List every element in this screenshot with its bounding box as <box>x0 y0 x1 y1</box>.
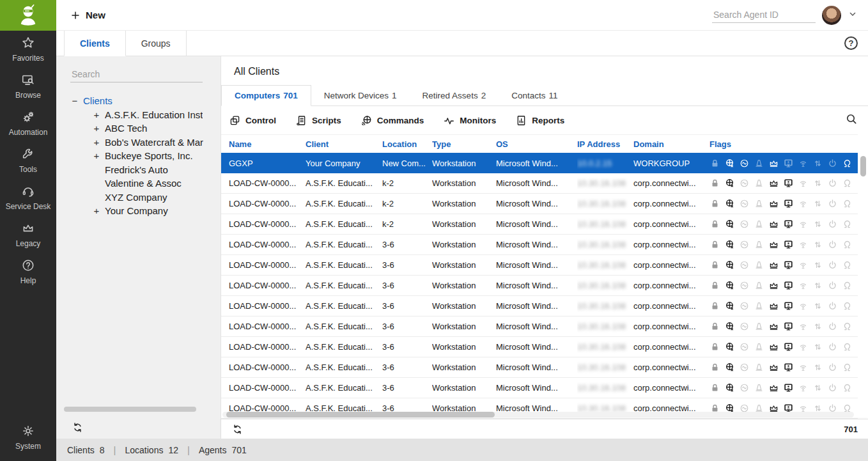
sidebar-item-favorites[interactable]: Favorites <box>0 31 56 68</box>
table-refresh-icon[interactable] <box>231 423 244 435</box>
cell-type: Workstation <box>432 194 496 214</box>
table-row[interactable]: LOAD-CW-0000... A.S.F.K. Educati... 3-6 … <box>221 235 858 255</box>
tree-item[interactable]: + Your Company <box>56 204 221 218</box>
asset-tab[interactable]: Retired Assets 2 <box>410 85 499 105</box>
table-row[interactable]: LOAD-CW-0000... A.S.F.K. Educati... 3-6 … <box>221 296 858 316</box>
expand-toggle[interactable]: + <box>92 205 101 216</box>
expand-toggle[interactable]: + <box>92 137 101 148</box>
redacted-ip: 10.30.16.108 <box>577 260 626 270</box>
tree-search-input[interactable] <box>70 66 203 82</box>
lock-flag-icon <box>856 198 858 209</box>
table-row[interactable]: LOAD-CW-0000... A.S.F.K. Educati... k-2 … <box>221 214 858 235</box>
reports-button[interactable]: Reports <box>515 114 564 127</box>
table-row[interactable]: LOAD-CW-0000... A.S.F.K. Educati... 3-6 … <box>221 316 858 337</box>
tree-refresh-icon[interactable] <box>72 421 84 434</box>
console-user-flag-icon <box>783 178 794 189</box>
table-row[interactable]: LOAD-CW-0000... A.S.F.K. Educati... k-2 … <box>221 173 858 194</box>
tree-root-clients[interactable]: − Clients <box>56 94 221 108</box>
collapse-toggle[interactable]: − <box>70 95 79 106</box>
tree-item-label: Fredrick's Auto <box>105 164 168 175</box>
sidebar-item-automation[interactable]: Automation <box>0 105 56 142</box>
asset-tab[interactable]: Computers 701 <box>221 85 311 106</box>
tree-item[interactable]: + Buckeye Sports, Inc. <box>56 149 221 163</box>
row-count: 701 <box>844 425 858 434</box>
table-row[interactable]: LOAD-CW-0000... A.S.F.K. Educati... 3-6 … <box>221 378 858 398</box>
table-body: GGXP Your Company New Com... Workstation… <box>221 153 858 419</box>
tab-clients[interactable]: Clients <box>64 31 126 56</box>
sidebar-item-legacy[interactable]: Legacy <box>0 216 56 253</box>
user-menu-chevron[interactable] <box>848 9 858 22</box>
column-header[interactable]: IP Address <box>577 135 633 153</box>
control-button[interactable]: Control <box>229 114 276 127</box>
agent-search-input[interactable] <box>712 7 816 23</box>
table-search-button[interactable] <box>845 113 858 128</box>
maintenance-cone-flag-icon <box>754 198 764 209</box>
table-row[interactable]: LOAD-CW-0000... A.S.F.K. Educati... 3-6 … <box>221 276 858 296</box>
column-header[interactable]: OS <box>496 135 577 153</box>
app-logo[interactable] <box>0 0 56 31</box>
asset-tab-label: Retired Assets <box>422 91 478 100</box>
tree-item[interactable]: + Bob's Watercraft & Mar <box>56 136 221 150</box>
tree-item-label: ABC Tech <box>105 123 147 134</box>
tree-item[interactable]: + ABC Tech <box>56 121 221 136</box>
table-row[interactable]: LOAD-CW-0000... A.S.F.K. Educati... 3-6 … <box>221 337 858 357</box>
sidebar-item-browse[interactable]: Browse <box>0 68 56 105</box>
tree-item[interactable]: XYZ Company <box>56 191 221 205</box>
column-header[interactable]: Domain <box>633 135 709 153</box>
status-value: 12 <box>168 445 178 455</box>
column-header[interactable]: Client <box>306 135 382 153</box>
asset-tab[interactable]: Contacts 11 <box>499 85 570 105</box>
table-row[interactable]: LOAD-CW-0000... A.S.F.K. Educati... k-2 … <box>221 194 858 214</box>
scripts-button[interactable]: Scripts <box>295 114 341 127</box>
monitors-button[interactable]: Monitors <box>443 114 496 127</box>
power-flag-icon <box>827 382 838 393</box>
cell-os: Microsoft Wind... <box>496 214 577 234</box>
column-header[interactable]: Flags <box>709 135 858 153</box>
console-user-flag-icon <box>783 382 794 393</box>
tree-item[interactable]: Fredrick's Auto <box>56 163 221 177</box>
new-button[interactable]: New <box>70 10 105 20</box>
cell-flags <box>709 235 858 254</box>
sidebar-item-service-desk[interactable]: Service Desk <box>0 179 56 216</box>
sidebar-item-help[interactable]: Help <box>0 253 56 290</box>
table-horizontal-scrollbar[interactable] <box>226 412 495 418</box>
crown-flag-icon <box>768 280 779 291</box>
cell-os: Microsoft Wind... <box>496 153 577 173</box>
asset-tab[interactable]: Network Devices 1 <box>311 85 410 105</box>
tree-item[interactable]: Valentine & Assoc <box>56 176 221 191</box>
tab-groups[interactable]: Groups <box>126 31 187 56</box>
expand-toggle[interactable]: + <box>92 109 101 120</box>
power-flag-icon <box>827 301 838 311</box>
broadcast-flag-icon <box>798 198 809 209</box>
console-user-flag-icon <box>783 321 794 332</box>
table-row[interactable]: LOAD-CW-0000... A.S.F.K. Educati... 3-6 … <box>221 357 858 378</box>
cell-os: Microsoft Wind... <box>496 276 577 295</box>
sidebar-item-tools[interactable]: Tools <box>0 142 56 179</box>
broadcast-flag-icon <box>798 239 809 250</box>
column-header[interactable]: Name <box>229 135 306 153</box>
help-button[interactable]: ? <box>844 36 858 50</box>
table-vertical-scrollbar[interactable] <box>860 156 866 176</box>
sync-arrows-flag-icon <box>812 158 823 169</box>
power-flag-icon <box>827 341 838 352</box>
table-row[interactable]: LOAD-CW-0000... A.S.F.K. Educati... 3-6 … <box>221 255 858 276</box>
monitor-wave-flag-icon <box>739 158 750 169</box>
lock-flag-icon <box>709 198 720 209</box>
commands-button[interactable]: Commands <box>360 114 424 127</box>
tree-horizontal-scrollbar[interactable] <box>64 407 196 412</box>
table-row[interactable]: GGXP Your Company New Com... Workstation… <box>221 153 858 173</box>
tree-item[interactable]: + A.S.F.K. Education Inst <box>56 108 221 122</box>
column-header[interactable]: Location <box>382 135 432 153</box>
lock-flag-icon <box>856 280 858 291</box>
expand-toggle[interactable]: + <box>92 150 101 161</box>
probe-flag-icon <box>842 219 853 230</box>
lock-flag-icon <box>709 301 720 311</box>
sidebar-item-system[interactable]: System <box>0 419 56 456</box>
lock-flag-icon <box>856 301 858 311</box>
user-avatar[interactable] <box>822 6 841 25</box>
column-header[interactable]: Type <box>432 135 496 153</box>
redacted-ip: 10.30.16.108 <box>577 219 626 229</box>
expand-toggle[interactable]: + <box>92 123 101 134</box>
redacted-ip: 10.30.16.108 <box>577 363 626 372</box>
monitor-wave-flag-icon <box>739 362 750 373</box>
